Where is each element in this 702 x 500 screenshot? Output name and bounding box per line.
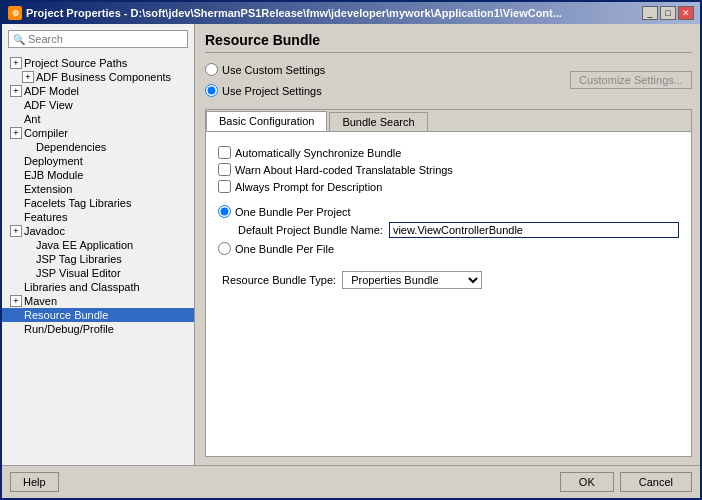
bundle-name-label: Default Project Bundle Name: bbox=[238, 224, 383, 236]
search-icon: 🔍 bbox=[13, 34, 25, 45]
ok-button[interactable]: OK bbox=[560, 472, 614, 492]
use-custom-settings-row: Use Custom Settings bbox=[205, 63, 570, 76]
title-bar: ⚙ Project Properties - D:\soft\jdev\Sher… bbox=[2, 2, 700, 24]
tab-bundle-search[interactable]: Bundle Search bbox=[329, 112, 427, 131]
warn-hard-coded-checkbox[interactable] bbox=[218, 163, 231, 176]
use-project-settings-radio[interactable] bbox=[205, 84, 218, 97]
use-project-settings-row: Use Project Settings bbox=[205, 84, 570, 97]
use-custom-settings-label[interactable]: Use Custom Settings bbox=[222, 64, 325, 76]
auto-sync-label: Automatically Synchronize Bundle bbox=[235, 147, 401, 159]
one-per-file-radio[interactable] bbox=[218, 242, 231, 255]
sidebar-item-libraries-and-classpath[interactable]: Libraries and Classpath bbox=[2, 280, 194, 294]
bundle-name-input[interactable] bbox=[389, 222, 679, 238]
bundle-name-row: Default Project Bundle Name: bbox=[238, 222, 679, 238]
tabs-header: Basic Configuration Bundle Search bbox=[206, 110, 691, 132]
sidebar-item-javadoc[interactable]: + Javadoc bbox=[2, 224, 194, 238]
always-prompt-checkbox[interactable] bbox=[218, 180, 231, 193]
footer: Help OK Cancel bbox=[2, 465, 700, 498]
search-box[interactable]: 🔍 bbox=[8, 30, 188, 48]
sidebar: 🔍 + Project Source Paths + ADF Business … bbox=[2, 24, 195, 465]
help-button[interactable]: Help bbox=[10, 472, 59, 492]
sidebar-item-adf-view[interactable]: ADF View bbox=[2, 98, 194, 112]
sidebar-item-features[interactable]: Features bbox=[2, 210, 194, 224]
customize-settings-button[interactable]: Customize Settings... bbox=[570, 71, 692, 89]
main-window: ⚙ Project Properties - D:\soft\jdev\Sher… bbox=[0, 0, 702, 500]
use-project-settings-label[interactable]: Use Project Settings bbox=[222, 85, 322, 97]
sidebar-item-extension[interactable]: Extension bbox=[2, 182, 194, 196]
one-per-file-row: One Bundle Per File bbox=[218, 242, 679, 255]
maximize-button[interactable]: □ bbox=[660, 6, 676, 20]
settings-radio-row: Use Custom Settings Use Project Settings… bbox=[205, 61, 692, 99]
close-button[interactable]: ✕ bbox=[678, 6, 694, 20]
window-title: Project Properties - D:\soft\jdev\Sherma… bbox=[26, 7, 562, 19]
auto-sync-row: Automatically Synchronize Bundle bbox=[218, 146, 679, 159]
sidebar-item-run-debug-profile[interactable]: Run/Debug/Profile bbox=[2, 322, 194, 336]
title-bar-left: ⚙ Project Properties - D:\soft\jdev\Sher… bbox=[8, 6, 562, 20]
cancel-button[interactable]: Cancel bbox=[620, 472, 692, 492]
minimize-button[interactable]: _ bbox=[642, 6, 658, 20]
expand-icon[interactable]: + bbox=[10, 127, 22, 139]
sidebar-item-compiler[interactable]: + Compiler bbox=[2, 126, 194, 140]
warn-hard-coded-row: Warn About Hard-coded Translatable Strin… bbox=[218, 163, 679, 176]
expand-icon[interactable]: + bbox=[10, 295, 22, 307]
title-controls: _ □ ✕ bbox=[642, 6, 694, 20]
sidebar-item-adf-business-components[interactable]: + ADF Business Components bbox=[2, 70, 194, 84]
sidebar-item-maven[interactable]: + Maven bbox=[2, 294, 194, 308]
one-per-project-row: One Bundle Per Project bbox=[218, 205, 679, 218]
tab-basic-configuration-content: Automatically Synchronize Bundle Warn Ab… bbox=[206, 132, 691, 412]
bundle-type-label: Resource Bundle Type: bbox=[222, 274, 336, 286]
search-input[interactable] bbox=[28, 33, 183, 45]
bundle-type-row: Resource Bundle Type: Properties Bundle … bbox=[222, 271, 679, 289]
expand-icon[interactable]: + bbox=[10, 225, 22, 237]
warn-hard-coded-label: Warn About Hard-coded Translatable Strin… bbox=[235, 164, 453, 176]
sidebar-item-facelets-tag-libraries[interactable]: Facelets Tag Libraries bbox=[2, 196, 194, 210]
footer-right-buttons: OK Cancel bbox=[560, 472, 692, 492]
one-per-file-label: One Bundle Per File bbox=[235, 243, 334, 255]
panel-title: Resource Bundle bbox=[205, 32, 692, 53]
content-area: 🔍 + Project Source Paths + ADF Business … bbox=[2, 24, 700, 465]
sidebar-item-jsp-tag-libraries[interactable]: JSP Tag Libraries bbox=[2, 252, 194, 266]
main-panel: Resource Bundle Use Custom Settings Use … bbox=[195, 24, 700, 465]
sidebar-item-ejb-module[interactable]: EJB Module bbox=[2, 168, 194, 182]
sidebar-item-adf-model[interactable]: + ADF Model bbox=[2, 84, 194, 98]
sidebar-item-jsp-visual-editor[interactable]: JSP Visual Editor bbox=[2, 266, 194, 280]
tab-basic-configuration[interactable]: Basic Configuration bbox=[206, 111, 327, 131]
sidebar-tree: + Project Source Paths + ADF Business Co… bbox=[2, 54, 194, 465]
sidebar-item-deployment[interactable]: Deployment bbox=[2, 154, 194, 168]
sidebar-item-project-source-paths[interactable]: + Project Source Paths bbox=[2, 56, 194, 70]
expand-icon[interactable]: + bbox=[10, 85, 22, 97]
sidebar-item-resource-bundle[interactable]: Resource Bundle bbox=[2, 308, 194, 322]
one-per-project-label: One Bundle Per Project bbox=[235, 206, 351, 218]
bundle-type-select[interactable]: Properties Bundle XML Bundle bbox=[342, 271, 482, 289]
always-prompt-row: Always Prompt for Description bbox=[218, 180, 679, 193]
auto-sync-checkbox[interactable] bbox=[218, 146, 231, 159]
sidebar-item-java-ee-application[interactable]: Java EE Application bbox=[2, 238, 194, 252]
window-icon: ⚙ bbox=[8, 6, 22, 20]
expand-icon[interactable]: + bbox=[22, 71, 34, 83]
use-custom-settings-radio[interactable] bbox=[205, 63, 218, 76]
expand-icon[interactable]: + bbox=[10, 57, 22, 69]
sidebar-item-ant[interactable]: Ant bbox=[2, 112, 194, 126]
one-per-project-radio[interactable] bbox=[218, 205, 231, 218]
sidebar-item-dependencies[interactable]: Dependencies bbox=[2, 140, 194, 154]
bundle-section: One Bundle Per Project Default Project B… bbox=[218, 205, 679, 255]
tabs-container: Basic Configuration Bundle Search Automa… bbox=[205, 109, 692, 457]
always-prompt-label: Always Prompt for Description bbox=[235, 181, 382, 193]
